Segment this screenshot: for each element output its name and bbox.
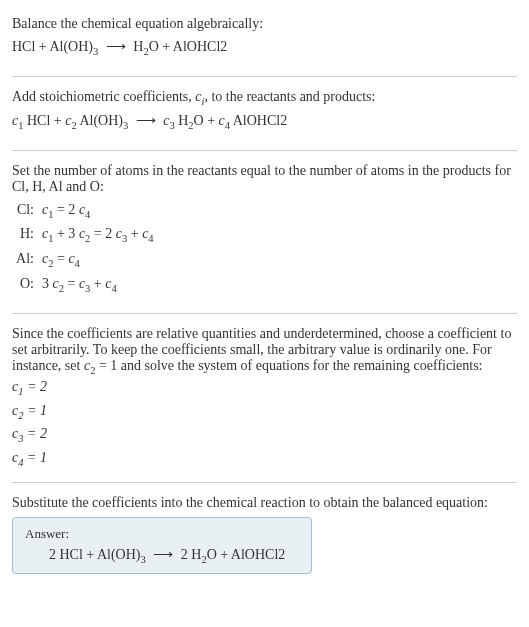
- divider: [12, 313, 517, 314]
- stoich-text: Add stoichiometric coefficients, ci, to …: [12, 89, 517, 107]
- final-text: Substitute the coefficients into the che…: [12, 495, 517, 511]
- intro-title: Balance the chemical equation algebraica…: [12, 16, 517, 32]
- atom-row-o: O: 3 c2 = c3 + c4: [12, 273, 517, 298]
- coef-c1: c1 = 2: [12, 376, 517, 400]
- solve-section: Since the coefficients are relative quan…: [12, 318, 517, 478]
- atom-row-al: Al: c2 = c4: [12, 248, 517, 273]
- answer-box: Answer: 2 HCl + Al(OH)3 ⟶ 2 H2O + AlOHCl…: [12, 517, 312, 574]
- stoich-equation: c1 HCl + c2 Al(OH)3 ⟶ c3 H2O + c4 AlOHCl…: [12, 110, 517, 134]
- intro-section: Balance the chemical equation algebraica…: [12, 8, 517, 72]
- solve-text: Since the coefficients are relative quan…: [12, 326, 517, 376]
- answer-label: Answer:: [25, 526, 299, 542]
- coef-c4: c4 = 1: [12, 447, 517, 471]
- atoms-text: Set the number of atoms in the reactants…: [12, 163, 517, 195]
- final-section: Substitute the coefficients into the che…: [12, 487, 517, 582]
- atom-row-h: H: c1 + 3 c2 = 2 c3 + c4: [12, 223, 517, 248]
- divider: [12, 150, 517, 151]
- answer-equation: 2 HCl + Al(OH)3 ⟶ 2 H2O + AlOHCl2: [25, 546, 299, 565]
- divider: [12, 482, 517, 483]
- atom-row-cl: Cl: c1 = 2 c4: [12, 199, 517, 224]
- divider: [12, 76, 517, 77]
- coef-c2: c2 = 1: [12, 400, 517, 424]
- stoich-section: Add stoichiometric coefficients, ci, to …: [12, 81, 517, 146]
- atoms-section: Set the number of atoms in the reactants…: [12, 155, 517, 309]
- intro-equation: HCl + Al(OH)3 ⟶ H2O + AlOHCl2: [12, 36, 517, 60]
- atoms-table: Cl: c1 = 2 c4 H: c1 + 3 c2 = 2 c3 + c4 A…: [12, 199, 517, 297]
- coef-c3: c3 = 2: [12, 423, 517, 447]
